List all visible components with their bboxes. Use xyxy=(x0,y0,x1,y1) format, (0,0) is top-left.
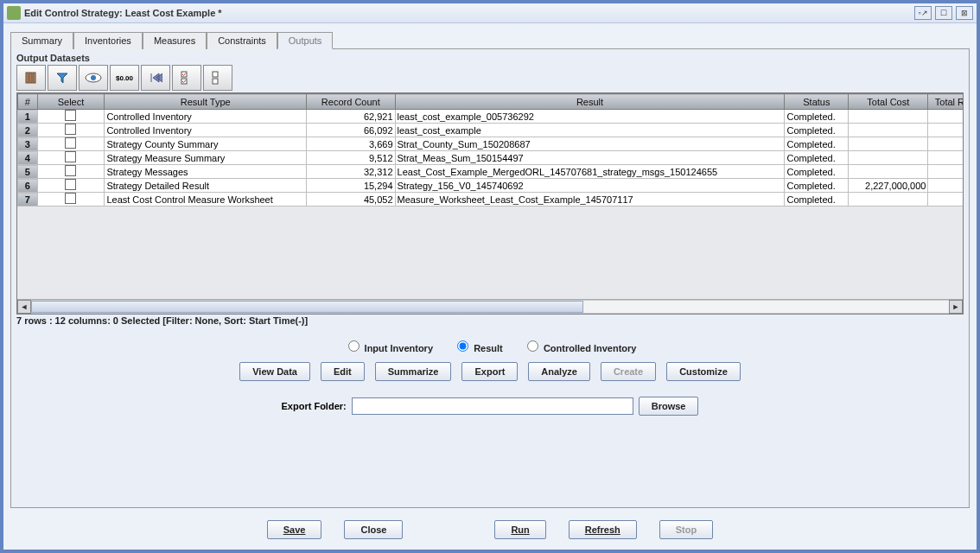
svg-rect-1 xyxy=(29,73,32,83)
col-total-rec[interactable]: Total Rec xyxy=(928,94,964,110)
toolbar: $0.00 xyxy=(16,65,964,91)
row-totalrec xyxy=(928,179,964,193)
svg-rect-2 xyxy=(33,73,35,83)
save-button[interactable]: Save xyxy=(267,520,322,539)
svg-point-4 xyxy=(91,75,96,80)
col-result[interactable]: Result xyxy=(395,94,785,110)
col-select[interactable]: Select xyxy=(37,94,105,110)
row-count: 62,921 xyxy=(307,110,395,124)
row-select[interactable] xyxy=(37,110,105,124)
footer-button-row: Save Close Run Refresh Stop xyxy=(10,508,970,550)
radio-result-label: Result xyxy=(474,343,503,353)
view-data-button[interactable]: View Data xyxy=(239,362,310,381)
export-folder-input[interactable] xyxy=(352,397,633,415)
browse-button[interactable]: Browse xyxy=(639,397,699,416)
table-status: 7 rows : 12 columns: 0 Selected [Filter:… xyxy=(16,315,964,333)
close-window-icon[interactable]: ⊠ xyxy=(956,6,973,20)
tab-measures[interactable]: Measures xyxy=(143,32,207,49)
output-type-radio-group: Input Inventory Result Controlled Invent… xyxy=(16,333,964,362)
export-button[interactable]: Export xyxy=(461,362,518,381)
tab-outputs[interactable]: Outputs xyxy=(277,32,334,49)
tab-summary[interactable]: Summary xyxy=(10,32,73,49)
row-num: 2 xyxy=(18,124,38,137)
row-type: Strategy Detailed Result xyxy=(105,179,307,193)
customize-button[interactable]: Customize xyxy=(666,362,741,381)
outputs-panel: Output Datasets $0.00 xyxy=(10,49,970,508)
scroll-left-icon[interactable]: ◄ xyxy=(17,300,31,314)
refresh-button[interactable]: Refresh xyxy=(569,520,637,539)
maximize-window-icon[interactable]: ☐ xyxy=(935,6,952,20)
row-select[interactable] xyxy=(37,179,105,193)
edit-button[interactable]: Edit xyxy=(321,362,365,381)
horizontal-scrollbar[interactable]: ◄ ► xyxy=(17,299,963,314)
svg-rect-5 xyxy=(181,72,187,77)
table-row[interactable]: 3Strategy County Summary3,669Strat_Count… xyxy=(18,137,964,151)
row-select[interactable] xyxy=(37,137,105,151)
svg-rect-6 xyxy=(181,79,187,84)
row-num: 3 xyxy=(18,137,38,151)
row-result: Least_Cost_Example_MergedORL_145707681_s… xyxy=(395,165,785,179)
row-result: Strat_County_Sum_150208687 xyxy=(395,137,785,151)
format-icon[interactable]: $0.00 xyxy=(110,65,139,91)
table-row[interactable]: 6Strategy Detailed Result15,294Strategy_… xyxy=(18,179,964,193)
row-select[interactable] xyxy=(37,165,105,179)
run-button[interactable]: Run xyxy=(494,520,545,539)
row-status: Completed. xyxy=(785,179,849,193)
col-result-type[interactable]: Result Type xyxy=(105,94,307,110)
row-status: Completed. xyxy=(785,151,849,165)
radio-result[interactable]: Result xyxy=(453,343,503,353)
row-cost xyxy=(849,193,928,207)
row-select[interactable] xyxy=(37,124,105,137)
summarize-button[interactable]: Summarize xyxy=(375,362,452,381)
row-result: Measure_Worksheet_Least_Cost_Example_145… xyxy=(395,193,785,207)
eye-icon[interactable] xyxy=(79,65,108,91)
row-result: Strategy_156_V0_145740692 xyxy=(395,179,785,193)
row-count: 45,052 xyxy=(307,193,395,207)
svg-rect-0 xyxy=(26,73,29,83)
window-frame: Edit Control Strategy: Least Cost Exampl… xyxy=(0,0,980,553)
tab-constraints[interactable]: Constraints xyxy=(207,32,277,49)
window-title: Edit Control Strategy: Least Cost Exampl… xyxy=(24,8,914,18)
col-total-cost[interactable]: Total Cost xyxy=(849,94,928,110)
close-button[interactable]: Close xyxy=(344,520,403,539)
create-button: Create xyxy=(601,362,656,381)
table-row[interactable]: 5Strategy Messages32,312Least_Cost_Examp… xyxy=(18,165,964,179)
columns-icon[interactable] xyxy=(16,65,46,91)
radio-input-inventory[interactable]: Input Inventory xyxy=(344,343,434,353)
row-result: least_cost_example_005736292 xyxy=(395,110,785,124)
table-row[interactable]: 1Controlled Inventory62,921least_cost_ex… xyxy=(18,110,964,124)
row-count: 3,669 xyxy=(307,137,395,151)
analyze-button[interactable]: Analyze xyxy=(528,362,590,381)
select-all-icon[interactable] xyxy=(172,65,201,91)
row-type: Controlled Inventory xyxy=(105,124,307,137)
row-count: 32,312 xyxy=(307,165,395,179)
minimize-window-icon[interactable]: ▫↗ xyxy=(914,6,932,20)
col-status[interactable]: Status xyxy=(785,94,849,110)
row-select[interactable] xyxy=(37,193,105,207)
col-num[interactable]: # xyxy=(18,94,38,110)
svg-rect-8 xyxy=(213,79,218,84)
row-result: least_cost_example xyxy=(395,124,785,137)
scroll-right-icon[interactable]: ► xyxy=(949,300,963,314)
tab-row: Summary Inventories Measures Constraints… xyxy=(10,32,970,49)
table-row[interactable]: 4Strategy Measure Summary9,512Strat_Meas… xyxy=(18,151,964,165)
scroll-track[interactable] xyxy=(31,300,949,314)
row-select[interactable] xyxy=(37,151,105,165)
radio-input-inventory-label: Input Inventory xyxy=(365,343,433,353)
app-icon xyxy=(7,6,21,20)
first-icon[interactable] xyxy=(141,65,170,91)
col-record-count[interactable]: Record Count xyxy=(307,94,395,110)
table-empty-area xyxy=(17,207,963,299)
radio-controlled-inventory[interactable]: Controlled Inventory xyxy=(523,343,637,353)
row-cost xyxy=(849,165,928,179)
row-num: 4 xyxy=(18,151,38,165)
table-row[interactable]: 2Controlled Inventory66,092least_cost_ex… xyxy=(18,124,964,137)
deselect-icon[interactable] xyxy=(203,65,232,91)
row-count: 9,512 xyxy=(307,151,395,165)
scroll-thumb[interactable] xyxy=(31,301,583,313)
filter-icon[interactable] xyxy=(48,65,77,91)
export-folder-row: Export Folder: Browse xyxy=(16,397,964,416)
table-row[interactable]: 7Least Cost Control Measure Worksheet45,… xyxy=(18,193,964,207)
tab-inventories[interactable]: Inventories xyxy=(73,32,143,49)
body: Summary Inventories Measures Constraints… xyxy=(3,23,977,550)
